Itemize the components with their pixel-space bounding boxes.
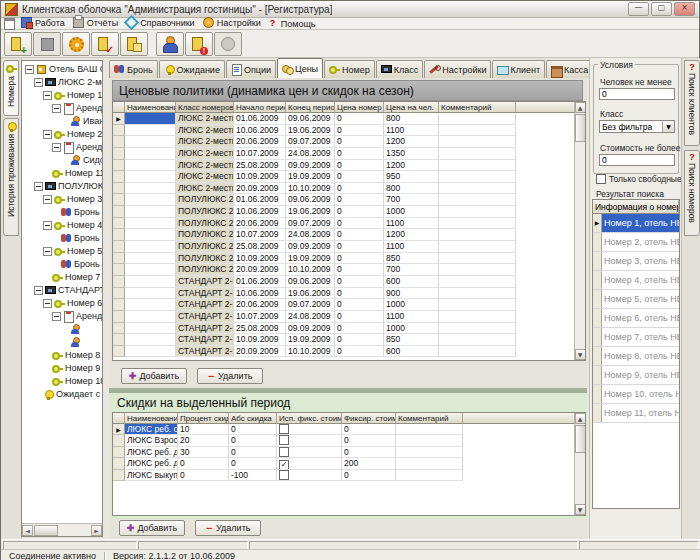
collapse-icon[interactable] bbox=[43, 221, 52, 230]
cost-max-input[interactable] bbox=[599, 154, 675, 166]
collapse-icon[interactable] bbox=[25, 65, 34, 74]
tree-item[interactable]: Номер 5 bbox=[22, 245, 102, 258]
pricing-row[interactable]: СТАНДАРТ 2-местн.20.06.200909.07.2009010… bbox=[113, 299, 585, 311]
pricing-row[interactable]: ЛЮКС 2-местн. 2-ко25.08.200909.09.200901… bbox=[113, 160, 585, 172]
scroll-up-icon[interactable]: ▲ bbox=[575, 102, 586, 113]
class-filter-select[interactable]: Без фильтра ▼ bbox=[599, 120, 675, 133]
tree-item[interactable]: Бронь на н bbox=[22, 258, 102, 271]
people-min-input[interactable] bbox=[599, 88, 675, 100]
column-header[interactable]: Цена на чел. bbox=[384, 102, 439, 113]
right-tab-room-search[interactable]: ?Поиск номеров bbox=[684, 150, 700, 236]
tree-item[interactable]: Номер 10 bbox=[22, 375, 102, 388]
result-row[interactable]: Номер 8, отель НЕ ОГ bbox=[593, 347, 679, 366]
discounts-add-button[interactable]: ✚ Добавить bbox=[119, 520, 185, 536]
collapse-icon[interactable] bbox=[43, 299, 52, 308]
pricing-row[interactable]: ПОЛУЛЮКС 2-местн10.07.200924.08.20090120… bbox=[113, 229, 585, 241]
pricing-row[interactable]: ПОЛУЛЮКС 2-местн10.09.200919.09.20090850 bbox=[113, 253, 585, 265]
pricing-row[interactable]: СТАНДАРТ 2-местн.25.08.200909.09.2009010… bbox=[113, 323, 585, 335]
menu-work[interactable]: Работа bbox=[19, 17, 71, 29]
tree-item[interactable] bbox=[22, 336, 102, 349]
tree-item[interactable]: Номер 6 bbox=[22, 297, 102, 310]
discount-row[interactable]: ▶ЛЮКС реб. осн.1000 bbox=[113, 424, 585, 435]
scroll-right-icon[interactable]: ► bbox=[91, 525, 102, 536]
scroll-thumb[interactable] bbox=[575, 114, 586, 142]
pricing-grid-scrollbar[interactable]: ▲ ▼ bbox=[574, 102, 585, 360]
tree-item[interactable]: СТАНДАРТ 2-мес bbox=[22, 284, 102, 297]
tree-item[interactable]: Бронь на н bbox=[22, 206, 102, 219]
column-header[interactable]: Комментарий bbox=[439, 102, 516, 113]
tree-item[interactable]: ПОЛУЛЮКС 2-ме bbox=[22, 180, 102, 193]
result-row[interactable]: Номер 9, отель НЕ ОГ bbox=[593, 366, 679, 385]
result-row[interactable]: Номер 10, отель НЕ О bbox=[593, 385, 679, 404]
tree-item[interactable]: Сидоро bbox=[22, 154, 102, 167]
close-button[interactable]: × bbox=[674, 2, 695, 16]
pricing-row[interactable]: ЛЮКС 2-местн. 2-ко10.09.200919.09.200909… bbox=[113, 171, 585, 183]
tree-item[interactable]: Номер 1 bbox=[22, 89, 102, 102]
result-row[interactable]: Номер 11, отель НЕ О bbox=[593, 404, 679, 423]
pricing-row[interactable]: СТАНДАРТ 2-местн.10.09.200919.09.2009085… bbox=[113, 334, 585, 346]
pricing-row[interactable]: ПОЛУЛЮКС 2-местн10.06.200919.06.20090100… bbox=[113, 206, 585, 218]
result-row[interactable]: Номер 3, отель НЕ ОГ bbox=[593, 252, 679, 271]
tree-item[interactable]: Аренда: 25 bbox=[22, 310, 102, 323]
scroll-thumb[interactable] bbox=[575, 425, 586, 453]
tree-item[interactable]: Ожидает с 25.03 bbox=[22, 388, 102, 401]
discounts-remove-button[interactable]: − Удалить bbox=[195, 520, 261, 536]
menu-references[interactable]: Справочники bbox=[124, 17, 201, 29]
cards-button[interactable] bbox=[120, 32, 148, 56]
right-tab-client-search[interactable]: ?Поиск клиентов bbox=[684, 60, 700, 146]
discount-row[interactable]: ЛЮКС выкуп бло0-1000 bbox=[113, 470, 585, 481]
tab-room[interactable]: Номер bbox=[324, 60, 375, 78]
pricing-row[interactable]: СТАНДАРТ 2-местн.01.06.200909.06.2009060… bbox=[113, 276, 585, 288]
tree-item[interactable]: Номер 4 bbox=[22, 219, 102, 232]
use-fixed-checkbox[interactable] bbox=[279, 470, 289, 480]
result-row[interactable]: Номер 4, отель НЕ ОГ bbox=[593, 271, 679, 290]
left-tab-rooms[interactable]: Номера bbox=[3, 60, 19, 116]
only-free-checkbox[interactable] bbox=[596, 174, 606, 184]
tab-booking[interactable]: Бронь bbox=[109, 60, 158, 78]
tree-item[interactable]: Иванов bbox=[22, 115, 102, 128]
collapse-icon[interactable] bbox=[52, 104, 61, 113]
stop-button[interactable] bbox=[33, 32, 61, 56]
tree-item[interactable]: Номер 11 bbox=[22, 167, 102, 180]
tree-item[interactable]: Отель ВАШ ОТЕЛЬ bbox=[22, 63, 102, 76]
scroll-down-icon[interactable]: ▼ bbox=[575, 349, 586, 360]
pricing-row[interactable]: СТАНДАРТ 2-местн.10.06.200919.06.2009090… bbox=[113, 288, 585, 300]
use-fixed-checkbox[interactable] bbox=[279, 447, 289, 457]
tab-settings[interactable]: Настройки bbox=[424, 60, 491, 78]
pricing-row[interactable]: ПОЛУЛЮКС 2-местн20.06.200909.07.20090110… bbox=[113, 218, 585, 230]
tree-item[interactable] bbox=[22, 323, 102, 336]
result-row[interactable]: ▶Номер 1, отель НЕ ОГ bbox=[593, 214, 679, 233]
tab-options[interactable]: Опции bbox=[226, 60, 276, 78]
tree-item[interactable]: Номер 2 bbox=[22, 128, 102, 141]
tab-client[interactable]: Клиент bbox=[492, 60, 545, 78]
clock-button[interactable] bbox=[214, 32, 242, 56]
pricing-row[interactable]: ЛЮКС 2-местн. 2-ко10.07.200924.08.200901… bbox=[113, 148, 585, 160]
menu-help[interactable]: Помощь bbox=[267, 18, 322, 30]
chevron-down-icon[interactable]: ▼ bbox=[662, 121, 674, 132]
use-fixed-checkbox[interactable] bbox=[279, 435, 289, 445]
column-header[interactable]: Исп. фикс. стоимость bbox=[277, 413, 342, 424]
gear-button[interactable] bbox=[62, 32, 90, 56]
tab-cash[interactable]: Касса bbox=[546, 60, 593, 78]
tab-prices[interactable]: Цены bbox=[277, 58, 323, 78]
maximize-button[interactable]: ▢ bbox=[651, 2, 672, 16]
collapse-icon[interactable] bbox=[43, 195, 52, 204]
tree-horizontal-scrollbar[interactable]: ◄ ► bbox=[22, 523, 102, 536]
column-header[interactable]: Наименование bbox=[125, 102, 176, 113]
tree-item[interactable]: Аренда: 27 bbox=[22, 141, 102, 154]
collapse-icon[interactable] bbox=[34, 286, 43, 295]
column-header[interactable]: Класс номеров bbox=[176, 102, 234, 113]
tree-item[interactable]: ЛЮКС 2-местн. 2 bbox=[22, 76, 102, 89]
tab-waiting[interactable]: Ожидание bbox=[159, 60, 225, 78]
tree-item[interactable]: Номер 9 bbox=[22, 362, 102, 375]
pricing-row[interactable]: СТАНДАРТ 2-местн.20.09.200910.10.2009060… bbox=[113, 346, 585, 358]
pricing-row[interactable]: ПОЛУЛЮКС 2-местн25.08.200909.09.20090110… bbox=[113, 241, 585, 253]
discount-row[interactable]: ЛЮКС реб. доп.3000 bbox=[113, 447, 585, 458]
left-tab-stay-history[interactable]: История проживания bbox=[3, 118, 19, 236]
column-header[interactable]: Абс скидка bbox=[229, 413, 277, 424]
client-button[interactable] bbox=[156, 32, 184, 56]
add-card-button[interactable] bbox=[4, 32, 32, 56]
collapse-icon[interactable] bbox=[43, 247, 52, 256]
column-header[interactable]: Конец периода bbox=[286, 102, 335, 113]
collapse-icon[interactable] bbox=[43, 91, 52, 100]
